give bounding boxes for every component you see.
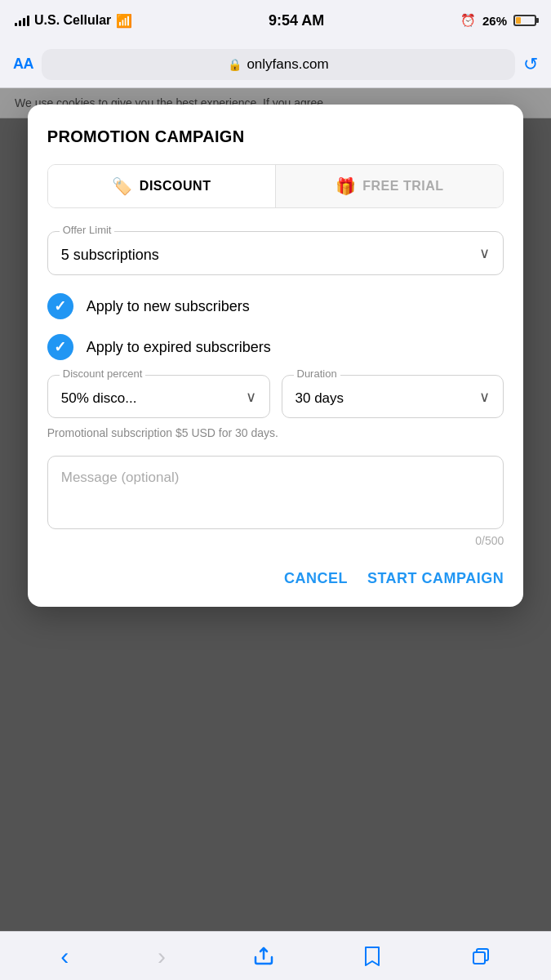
- new-subscribers-checkbox[interactable]: ✓: [47, 293, 73, 319]
- duration-wrapper: Duration 30 days 7 days 14 days 60 days …: [282, 375, 504, 418]
- battery-fill: [516, 17, 521, 24]
- url-text: onlyfans.com: [247, 56, 328, 73]
- forward-button[interactable]: ›: [158, 942, 166, 970]
- svg-rect-1: [473, 952, 485, 964]
- alarm-icon: ⏰: [460, 13, 476, 28]
- duration-label: Duration: [294, 368, 340, 380]
- offer-limit-select[interactable]: 5 subscriptions 10 subscriptions 25 subs…: [48, 232, 504, 274]
- discount-wrapper: Discount percent 50% disco... 10% discou…: [47, 375, 270, 418]
- promo-text: Promotional subscription $5 USD for 30 d…: [47, 426, 504, 439]
- modal-title: PROMOTION CAMPAIGN: [47, 127, 504, 146]
- refresh-button[interactable]: ↺: [523, 54, 538, 75]
- tab-discount-label: DISCOUNT: [140, 179, 211, 194]
- checkmark-icon-2: ✓: [54, 338, 66, 356]
- signal-bars: [15, 15, 29, 26]
- bookmarks-button[interactable]: [362, 946, 382, 967]
- signal-bar-4: [27, 16, 29, 26]
- tab-free-trial-label: FREE TRIAL: [362, 179, 443, 194]
- expired-subscribers-row[interactable]: ✓ Apply to expired subscribers: [47, 334, 504, 360]
- campaign-tabs: 🏷️ DISCOUNT 🎁 FREE TRIAL: [47, 164, 504, 208]
- offer-limit-wrapper: Offer Limit 5 subscriptions 10 subscript…: [47, 231, 504, 275]
- status-bar: U.S. Cellular 📶 9:54 AM ⏰ 26%: [0, 0, 551, 41]
- tab-discount[interactable]: 🏷️ DISCOUNT: [48, 165, 276, 207]
- signal-bar-3: [23, 18, 25, 26]
- modal-overlay: PROMOTION CAMPAIGN 🏷️ DISCOUNT 🎁 FREE TR…: [0, 88, 551, 931]
- battery-indicator: [513, 15, 536, 26]
- new-subscribers-label: Apply to new subscribers: [87, 298, 250, 315]
- back-button[interactable]: ‹: [60, 942, 69, 970]
- discount-select[interactable]: 50% disco... 10% discount 20% discount 3…: [48, 376, 269, 417]
- offer-limit-group: Offer Limit 5 subscriptions 10 subscript…: [47, 231, 504, 275]
- modal-buttons: CANCEL START CAMPAIGN: [47, 564, 504, 587]
- url-bar[interactable]: 🔒 onlyfans.com: [42, 49, 515, 80]
- message-placeholder: Message (optional): [61, 470, 180, 485]
- cancel-button[interactable]: CANCEL: [284, 570, 348, 587]
- page-background: We use cookies to give you the best expe…: [0, 88, 551, 931]
- discount-duration-row: Discount percent 50% disco... 10% discou…: [47, 375, 504, 418]
- bottom-nav: ‹ ›: [0, 931, 551, 980]
- start-campaign-button[interactable]: START CAMPAIGN: [367, 570, 504, 587]
- share-button[interactable]: [254, 947, 273, 966]
- font-size-button[interactable]: AA: [13, 56, 33, 73]
- status-left: U.S. Cellular 📶: [15, 13, 132, 29]
- status-right: ⏰ 26%: [460, 13, 536, 28]
- battery-percent: 26%: [482, 14, 507, 28]
- carrier-name: U.S. Cellular: [34, 13, 111, 28]
- discount-icon: 🏷️: [112, 176, 133, 196]
- tabs-button[interactable]: [471, 947, 491, 966]
- checkmark-icon: ✓: [54, 297, 66, 315]
- offer-limit-label: Offer Limit: [60, 224, 115, 236]
- message-wrapper[interactable]: Message (optional): [47, 456, 504, 529]
- wifi-icon: 📶: [116, 13, 132, 29]
- tab-free-trial[interactable]: 🎁 FREE TRIAL: [276, 165, 503, 207]
- browser-bar: AA 🔒 onlyfans.com ↺: [0, 41, 551, 88]
- discount-label: Discount percent: [60, 368, 146, 380]
- promotion-modal: PROMOTION CAMPAIGN 🏷️ DISCOUNT 🎁 FREE TR…: [28, 105, 524, 607]
- status-time: 9:54 AM: [269, 12, 324, 29]
- expired-subscribers-checkbox[interactable]: ✓: [47, 334, 73, 360]
- lock-icon: 🔒: [228, 58, 242, 71]
- expired-subscribers-label: Apply to expired subscribers: [87, 339, 271, 356]
- signal-bar-2: [19, 20, 21, 26]
- gift-icon: 🎁: [335, 176, 357, 196]
- signal-bar-1: [15, 23, 17, 26]
- char-count: 0/500: [47, 534, 504, 547]
- new-subscribers-row[interactable]: ✓ Apply to new subscribers: [47, 293, 504, 319]
- duration-select[interactable]: 30 days 7 days 14 days 60 days: [282, 376, 504, 417]
